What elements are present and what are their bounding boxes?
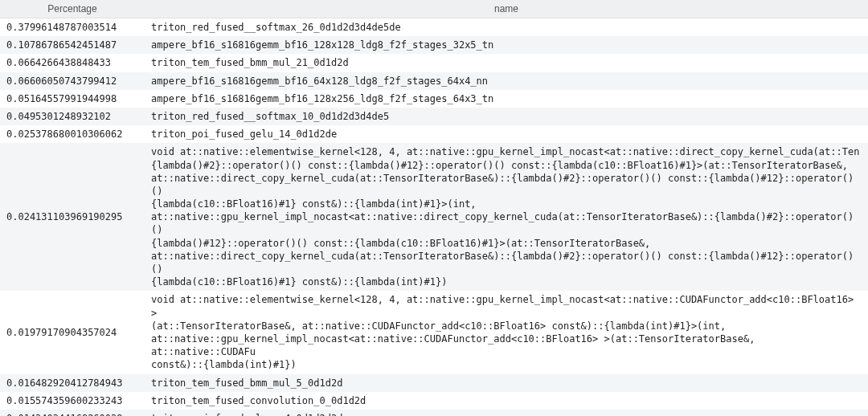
cell-percentage: 0.0495301248932102: [0, 108, 145, 125]
table-row[interactable]: 0.0495301248932102triton_red_fused__soft…: [0, 108, 868, 125]
table-row[interactable]: 0.10786786542451487ampere_bf16_s16816gem…: [0, 36, 868, 54]
table-row[interactable]: 0.025378680010306062triton_poi_fused_gel…: [0, 125, 868, 143]
profile-table: Percentage name 0.37996148787003514trito…: [0, 0, 868, 416]
table-row[interactable]: 0.06606050743799412ampere_bf16_s16816gem…: [0, 72, 868, 90]
cell-name: triton_poi_fused_clone_4_0d1d2d3de: [145, 410, 868, 416]
cell-percentage: 0.37996148787003514: [0, 18, 145, 37]
cell-percentage: 0.06606050743799412: [0, 72, 145, 90]
table-row[interactable]: 0.024131103969190295void at::native::ele…: [0, 143, 868, 291]
column-header-name[interactable]: name: [145, 0, 868, 18]
table-body: 0.37996148787003514triton_red_fused__sof…: [0, 18, 868, 417]
table-row[interactable]: 0.016482920412784943triton_tem_fused_bmm…: [0, 374, 868, 392]
cell-percentage: 0.015574359600233243: [0, 392, 145, 410]
cell-name: triton_poi_fused_gelu_14_0d1d2de: [145, 125, 868, 143]
table-row[interactable]: 0.014340344168260038triton_poi_fused_clo…: [0, 410, 868, 416]
cell-name: triton_tem_fused_bmm_mul_21_0d1d2d: [145, 54, 868, 71]
cell-name: triton_red_fused__softmax_26_0d1d2d3d4de…: [145, 18, 868, 37]
cell-percentage: 0.024131103969190295: [0, 143, 145, 291]
cell-name: triton_tem_fused_convolution_0_0d1d2d: [145, 392, 868, 410]
cell-percentage: 0.014340344168260038: [0, 410, 145, 416]
header-row: Percentage name: [0, 0, 868, 18]
cell-name: triton_red_fused__softmax_10_0d1d2d3d4de…: [145, 108, 868, 125]
cell-percentage: 0.025378680010306062: [0, 125, 145, 143]
cell-percentage: 0.10786786542451487: [0, 36, 145, 54]
cell-percentage: 0.016482920412784943: [0, 374, 145, 392]
cell-name: ampere_bf16_s16816gemm_bf16_128x128_ldg8…: [145, 36, 868, 54]
table-row[interactable]: 0.015574359600233243triton_tem_fused_con…: [0, 392, 868, 410]
cell-percentage: 0.0664266438848433: [0, 54, 145, 71]
table-row[interactable]: 0.01979170904357024void at::native::elem…: [0, 291, 868, 373]
cell-name: triton_tem_fused_bmm_mul_5_0d1d2d: [145, 374, 868, 392]
cell-name: void at::native::elementwise_kernel<128,…: [145, 143, 868, 291]
cell-name: void at::native::elementwise_kernel<128,…: [145, 291, 868, 373]
cell-name: ampere_bf16_s16816gemm_bf16_64x128_ldg8_…: [145, 72, 868, 90]
table-row[interactable]: 0.37996148787003514triton_red_fused__sof…: [0, 18, 868, 37]
cell-name: ampere_bf16_s16816gemm_bf16_128x256_ldg8…: [145, 90, 868, 108]
cell-percentage: 0.01979170904357024: [0, 291, 145, 373]
table-row[interactable]: 0.05164557991944998ampere_bf16_s16816gem…: [0, 90, 868, 108]
cell-percentage: 0.05164557991944998: [0, 90, 145, 108]
table-row[interactable]: 0.0664266438848433triton_tem_fused_bmm_m…: [0, 54, 868, 71]
column-header-percentage[interactable]: Percentage: [0, 0, 145, 18]
